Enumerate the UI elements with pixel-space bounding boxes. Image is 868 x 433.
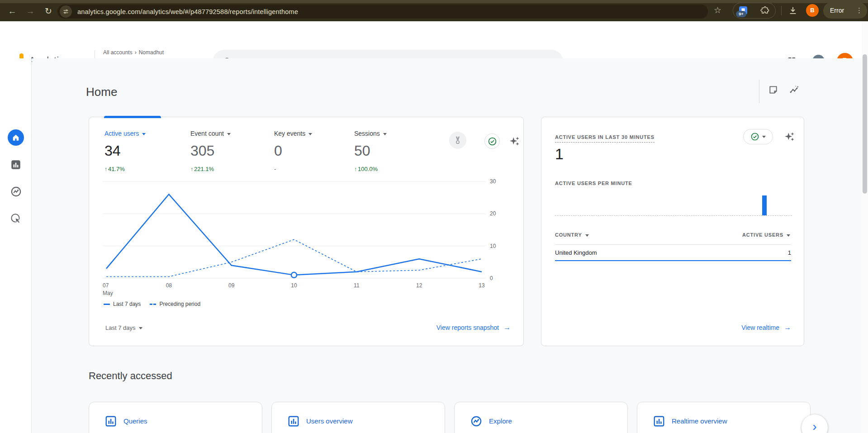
arrow-right-icon bbox=[784, 324, 791, 332]
breadcrumb-account: Nomadhut bbox=[139, 49, 164, 56]
metric-delta: - bbox=[274, 166, 312, 172]
country-column-header[interactable]: COUNTRY bbox=[555, 232, 589, 238]
date-range-selector[interactable]: Last 7 days bbox=[105, 324, 142, 331]
breadcrumb: All accountsNomadhut bbox=[103, 49, 164, 56]
page-scrollbar bbox=[862, 21, 868, 433]
error-button[interactable]: Error bbox=[823, 3, 867, 19]
error-label: Error bbox=[830, 7, 844, 14]
browser-forward-button[interactable] bbox=[24, 5, 36, 17]
up-arrow-icon: ↑ bbox=[104, 166, 107, 172]
minute-bar-slot bbox=[705, 192, 713, 215]
recent-card-label: Queries bbox=[123, 417, 147, 425]
bar-chart-icon bbox=[287, 415, 300, 429]
active-users-column-header[interactable]: ACTIVE USERS bbox=[742, 232, 790, 238]
metric-key-events: Key events0- bbox=[274, 130, 312, 172]
browser-chrome: analytics.google.com/analytics/web/#/p48… bbox=[0, 0, 868, 21]
browser-profile-avatar[interactable]: B bbox=[806, 4, 819, 17]
bar-chart-icon bbox=[10, 159, 22, 172]
recent-card-queries[interactable]: Queries bbox=[89, 402, 262, 433]
minute-bar-slot bbox=[713, 192, 721, 215]
per-minute-bar-chart bbox=[555, 192, 792, 216]
recent-card-label: Users overview bbox=[306, 417, 353, 425]
minute-bar-slot bbox=[587, 192, 594, 215]
svg-text:12: 12 bbox=[416, 282, 422, 289]
browser-menu-icon[interactable] bbox=[856, 6, 863, 14]
sidebar-item-advertising[interactable] bbox=[0, 213, 32, 227]
chart-legend: Last 7 daysPreceding period bbox=[104, 301, 200, 307]
minute-bar-slot bbox=[610, 192, 618, 215]
metric-selector[interactable]: Key events bbox=[274, 130, 312, 137]
extensions-group: 9+ bbox=[733, 3, 776, 19]
active-metric-tab-indicator bbox=[104, 116, 161, 118]
legend-item: Preceding period bbox=[150, 301, 200, 307]
downloads-icon[interactable] bbox=[788, 5, 798, 17]
metric-event-count: Event count305↑221.1% bbox=[190, 130, 231, 172]
svg-text:May: May bbox=[103, 290, 113, 296]
browser-reload-button[interactable] bbox=[43, 5, 54, 17]
recent-card-explore[interactable]: Explore bbox=[454, 402, 628, 433]
metric-selector[interactable]: Sessions bbox=[354, 130, 387, 137]
recent-card-realtime-overview[interactable]: Realtime overview bbox=[637, 402, 811, 433]
chevron-down-icon bbox=[142, 133, 146, 135]
svg-text:09: 09 bbox=[228, 282, 235, 289]
insights-icon[interactable] bbox=[789, 85, 800, 98]
minute-bar-slot bbox=[721, 192, 729, 215]
sidebar-item-reports[interactable] bbox=[0, 159, 32, 172]
active-users-value: 1 bbox=[555, 145, 564, 163]
metric-selector[interactable]: Event count bbox=[190, 130, 231, 137]
country-row[interactable]: United Kingdom1 bbox=[555, 245, 791, 261]
minute-bar-slot bbox=[650, 192, 658, 215]
recent-card-users-overview[interactable]: Users overview bbox=[271, 402, 445, 433]
metric-selector[interactable]: Active users bbox=[104, 130, 146, 137]
benchmark-medal-icon[interactable] bbox=[449, 132, 466, 149]
link-label: View realtime bbox=[741, 324, 779, 331]
minute-bar-slot bbox=[594, 192, 602, 215]
sidebar-item-explore[interactable] bbox=[0, 186, 32, 200]
site-info-icon[interactable] bbox=[60, 5, 72, 18]
svg-text:11: 11 bbox=[354, 282, 360, 289]
bookmark-star-icon[interactable] bbox=[714, 5, 721, 15]
recently-accessed-title: Recently accessed bbox=[89, 370, 172, 382]
svg-text:10: 10 bbox=[291, 282, 297, 289]
sparkle-insights-icon[interactable] bbox=[509, 135, 521, 149]
minute-bar-slot bbox=[666, 192, 674, 215]
metric-value: 50 bbox=[354, 143, 387, 159]
minute-bar-slot bbox=[753, 192, 760, 215]
advertising-icon bbox=[10, 213, 22, 227]
recent-card-label: Explore bbox=[489, 417, 512, 425]
legend-label: Preceding period bbox=[159, 301, 200, 307]
minute-bar-slot bbox=[760, 192, 768, 215]
home-overview-card: Active users34↑41.7%Event count305↑221.1… bbox=[89, 117, 524, 346]
realtime-title: ACTIVE USERS IN LAST 30 MINUTES bbox=[555, 134, 655, 143]
country-active-users: 1 bbox=[788, 249, 791, 256]
view-reports-snapshot-link[interactable]: View reports snapshot bbox=[436, 324, 511, 332]
data-quality-check-icon[interactable] bbox=[484, 133, 500, 149]
minute-bar-slot bbox=[682, 192, 689, 215]
up-arrow-icon: ↑ bbox=[354, 166, 357, 172]
sidebar-item-home[interactable] bbox=[0, 129, 32, 146]
svg-text:30: 30 bbox=[490, 178, 496, 185]
minute-bar-slot bbox=[745, 192, 752, 215]
svg-text:10: 10 bbox=[490, 243, 496, 249]
minute-bar-slot bbox=[634, 192, 642, 215]
metric-delta: ↑221.1% bbox=[190, 166, 231, 172]
explore-icon bbox=[470, 415, 483, 429]
breadcrumb-separator-icon bbox=[133, 49, 139, 56]
date-range-label: Last 7 days bbox=[105, 324, 136, 331]
view-realtime-link[interactable]: View realtime bbox=[741, 324, 791, 332]
minute-bar-slot bbox=[602, 192, 610, 215]
browser-back-button[interactable] bbox=[6, 5, 18, 17]
note-icon[interactable] bbox=[768, 85, 778, 97]
page-header-divider bbox=[759, 80, 759, 103]
minute-bar-slot bbox=[737, 192, 745, 215]
minute-bar-slot bbox=[555, 192, 563, 215]
chevron-down-icon bbox=[227, 133, 231, 135]
metric-value: 0 bbox=[274, 143, 312, 159]
extensions-puzzle-icon[interactable] bbox=[760, 6, 770, 17]
bar-chart-icon bbox=[104, 415, 117, 429]
scrollbar-thumb[interactable] bbox=[863, 54, 867, 194]
realtime-data-quality-button[interactable] bbox=[743, 129, 773, 144]
address-bar[interactable]: analytics.google.com/analytics/web/#/p48… bbox=[57, 5, 708, 19]
sparkle-insights-icon[interactable] bbox=[784, 131, 796, 144]
minute-bar-slot bbox=[563, 192, 570, 215]
